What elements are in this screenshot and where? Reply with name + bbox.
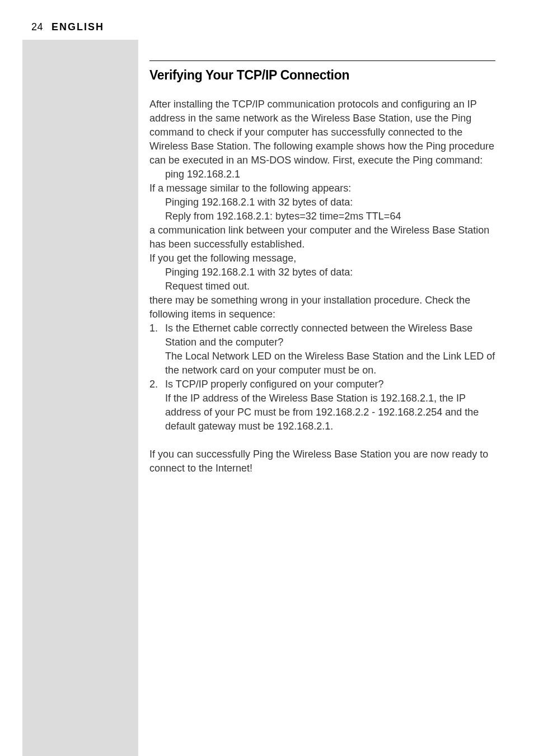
body-text: After installing the TCP/IP communicatio… xyxy=(149,97,495,475)
item1-answer: The Local Network LED on the Wireless Ba… xyxy=(165,351,495,376)
item1-question: Is the Ethernet cable correctly connecte… xyxy=(165,323,472,348)
failure-output-line2: Request timed out. xyxy=(165,279,495,293)
list-item-2: 2. Is TCP/IP properly configured on your… xyxy=(149,377,495,433)
main-content: Verifying Your TCP/IP Connection After i… xyxy=(149,60,495,475)
page-header: 24 ENGLISH xyxy=(31,21,104,33)
page-number: 24 xyxy=(31,21,43,32)
if-failure-text: If you get the following message, xyxy=(149,251,495,265)
success-output-line1: Pinging 192.168.2.1 with 32 bytes of dat… xyxy=(165,195,495,209)
success-conclusion: a communication link between your comput… xyxy=(149,223,495,251)
left-sidebar xyxy=(22,40,138,756)
failure-conclusion: there may be something wrong in your ins… xyxy=(149,293,495,321)
language-label: ENGLISH xyxy=(51,21,104,32)
list-marker-1: 1. xyxy=(149,321,165,377)
list-item-1: 1. Is the Ethernet cable correctly conne… xyxy=(149,321,495,377)
if-success-text: If a message similar to the following ap… xyxy=(149,181,495,195)
item2-question: Is TCP/IP properly configured on your co… xyxy=(165,379,384,390)
section-rule xyxy=(149,60,495,61)
failure-output-line1: Pinging 192.168.2.1 with 32 bytes of dat… xyxy=(165,265,495,279)
list-marker-2: 2. xyxy=(149,377,165,433)
success-output-line2: Reply from 192.168.2.1: bytes=32 time=2m… xyxy=(165,209,495,223)
ping-command: ping 192.168.2.1 xyxy=(165,167,495,181)
intro-paragraph: After installing the TCP/IP communicatio… xyxy=(149,97,495,167)
closing-paragraph: If you can successfully Ping the Wireles… xyxy=(149,447,495,475)
section-title: Verifying Your TCP/IP Connection xyxy=(149,68,495,83)
item2-answer: If the IP address of the Wireless Base S… xyxy=(165,393,479,432)
